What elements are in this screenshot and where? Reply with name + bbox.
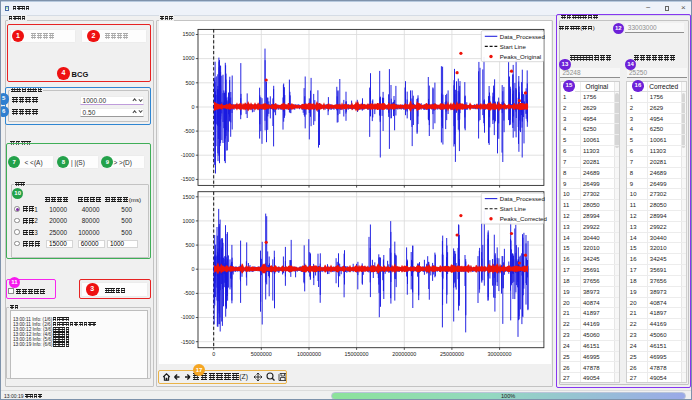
svg-text:Data_Processed: Data_Processed <box>500 195 545 202</box>
svg-text:-1000: -1000 <box>181 152 195 158</box>
svg-text:500: 500 <box>186 80 195 86</box>
svg-text:10000000: 10000000 <box>297 351 321 357</box>
svg-text:Start Line: Start Line <box>500 43 527 50</box>
svg-text:Data_Processed: Data_Processed <box>500 33 545 40</box>
svg-text:0: 0 <box>212 351 215 357</box>
svg-text:-1500: -1500 <box>181 339 195 345</box>
svg-text:15000000: 15000000 <box>345 351 369 357</box>
svg-text:1500: 1500 <box>183 31 195 37</box>
svg-text:Peaks_Original: Peaks_Original <box>500 53 541 60</box>
svg-text:5000000: 5000000 <box>251 351 272 357</box>
svg-text:1500: 1500 <box>183 194 195 200</box>
svg-text:0: 0 <box>192 104 195 110</box>
svg-text:25000000: 25000000 <box>440 351 464 357</box>
svg-text:-500: -500 <box>184 290 195 296</box>
svg-text:1000: 1000 <box>183 218 195 224</box>
svg-text:30000000: 30000000 <box>488 351 512 357</box>
svg-text:500: 500 <box>186 242 195 248</box>
svg-text:Peaks_Corrected: Peaks_Corrected <box>500 215 547 222</box>
svg-text:-500: -500 <box>184 128 195 134</box>
svg-text:1000: 1000 <box>183 55 195 61</box>
svg-text:-1500: -1500 <box>181 176 195 182</box>
svg-text:0: 0 <box>192 266 195 272</box>
svg-text:Start Line: Start Line <box>500 205 527 212</box>
svg-text:-1000: -1000 <box>181 314 195 320</box>
svg-text:20000000: 20000000 <box>392 351 416 357</box>
